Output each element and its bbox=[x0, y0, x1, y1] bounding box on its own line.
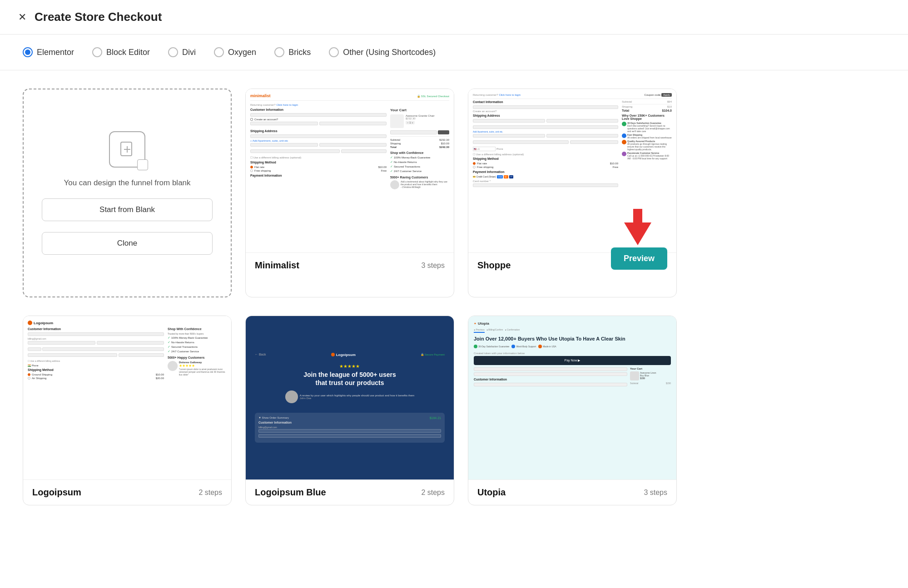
radio-bricks[interactable]: Bricks bbox=[274, 47, 311, 57]
radio-circle-divi bbox=[168, 47, 178, 57]
utopia-steps: 3 steps bbox=[644, 489, 667, 497]
radio-circle-bricks bbox=[274, 47, 284, 57]
logoipsum-light-preview: Logoipsum Customer Information billing@g… bbox=[23, 316, 231, 479]
minimalist-template-card: minimalist 🔒 SSL Secured Checkout Return… bbox=[245, 89, 454, 297]
logoipsum-light-steps: 2 steps bbox=[198, 489, 222, 497]
blank-template-icon bbox=[109, 131, 145, 168]
modal-title: Create Store Checkout bbox=[35, 10, 162, 24]
radio-label-other: Other (Using Shortcodes) bbox=[343, 48, 436, 57]
radio-circle-other bbox=[329, 47, 339, 57]
start-from-blank-button[interactable]: Start from Blank bbox=[42, 198, 213, 221]
utopia-footer: Utopia 3 steps bbox=[468, 479, 676, 505]
modal-header: ✕ Create Store Checkout bbox=[0, 0, 908, 35]
radio-label-oxygen: Oxygen bbox=[228, 48, 256, 57]
logoipsum-light-name: Logoipsum bbox=[32, 487, 81, 498]
minimalist-name: Minimalist bbox=[255, 260, 299, 271]
logoipsum-blue-template-card: ← Back Logoipsum 🔒 Secure Payment ★★★★★ … bbox=[245, 316, 454, 505]
minimalist-preview: minimalist 🔒 SSL Secured Checkout Return… bbox=[246, 89, 454, 252]
logoipsum-light-template-card: Logoipsum Customer Information billing@g… bbox=[23, 316, 232, 505]
logoipsum-blue-preview: ← Back Logoipsum 🔒 Secure Payment ★★★★★ … bbox=[246, 316, 454, 479]
logoipsum-blue-name: Logoipsum Blue bbox=[255, 487, 326, 498]
radio-block-editor[interactable]: Block Editor bbox=[92, 47, 150, 57]
blank-description: You can design the funnel from blank bbox=[64, 178, 190, 188]
close-button[interactable]: ✕ bbox=[18, 12, 26, 22]
radio-label-divi: Divi bbox=[182, 48, 196, 57]
utopia-template-card: ✦ Utopia ● Previous ● Billing/Confirm ● … bbox=[468, 316, 677, 505]
template-grid-spacer bbox=[690, 89, 899, 297]
logoipsum-blue-steps: 2 steps bbox=[421, 489, 445, 497]
minimalist-footer: Minimalist 3 steps bbox=[246, 252, 454, 278]
shoppe-name: Shoppe bbox=[477, 260, 511, 271]
preview-button[interactable]: Preview bbox=[611, 247, 667, 270]
page-builder-selector: Elementor Block Editor Divi Oxygen Brick… bbox=[0, 35, 908, 70]
clone-button[interactable]: Clone bbox=[42, 232, 213, 255]
radio-label-bricks: Bricks bbox=[288, 48, 311, 57]
logoipsum-blue-footer: Logoipsum Blue 2 steps bbox=[246, 479, 454, 505]
radio-circle-oxygen bbox=[214, 47, 224, 57]
shoppe-template-card: Returning customer? Click here to login … bbox=[468, 89, 677, 297]
blank-template-card: You can design the funnel from blank Sta… bbox=[23, 89, 232, 297]
radio-other[interactable]: Other (Using Shortcodes) bbox=[329, 47, 436, 57]
logoipsum-light-footer: Logoipsum 2 steps bbox=[23, 479, 231, 505]
radio-label-block-editor: Block Editor bbox=[106, 48, 150, 57]
row2-spacer bbox=[690, 316, 899, 505]
radio-divi[interactable]: Divi bbox=[168, 47, 196, 57]
svg-marker-3 bbox=[624, 209, 651, 245]
utopia-preview: ✦ Utopia ● Previous ● Billing/Confirm ● … bbox=[468, 316, 676, 479]
radio-label-elementor: Elementor bbox=[37, 48, 74, 57]
radio-circle-block-editor bbox=[92, 47, 102, 57]
utopia-name: Utopia bbox=[477, 487, 506, 498]
radio-elementor[interactable]: Elementor bbox=[23, 47, 74, 57]
template-grid-row2: Logoipsum Customer Information billing@g… bbox=[0, 316, 908, 524]
radio-oxygen[interactable]: Oxygen bbox=[214, 47, 256, 57]
radio-circle-elementor bbox=[23, 47, 33, 57]
preview-arrow-indicator bbox=[624, 209, 651, 247]
template-grid-row1: You can design the funnel from blank Sta… bbox=[0, 70, 908, 316]
minimalist-steps: 3 steps bbox=[421, 262, 445, 270]
